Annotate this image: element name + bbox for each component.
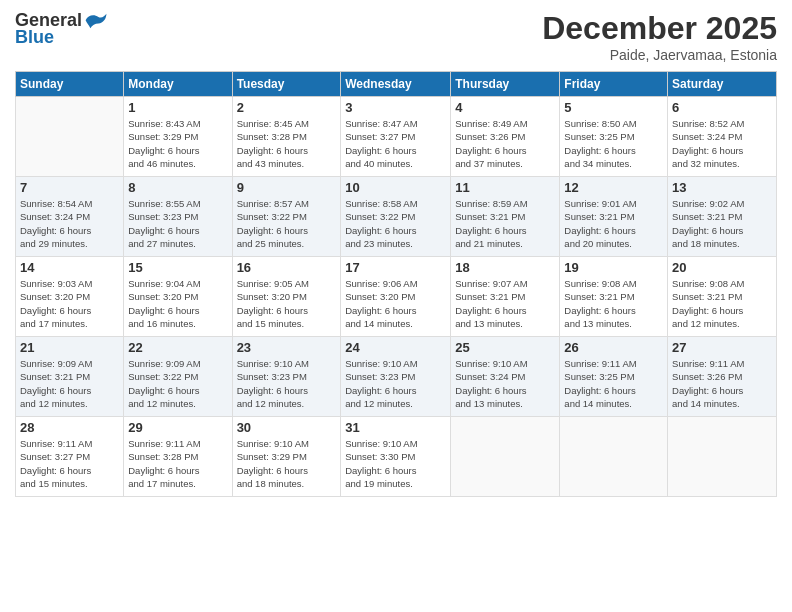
table-row: 8Sunrise: 8:55 AMSunset: 3:23 PMDaylight… [124,177,232,257]
day-info: Sunrise: 8:50 AMSunset: 3:25 PMDaylight:… [564,117,663,170]
calendar-week-row: 14Sunrise: 9:03 AMSunset: 3:20 PMDayligh… [16,257,777,337]
table-row: 9Sunrise: 8:57 AMSunset: 3:22 PMDaylight… [232,177,341,257]
month-title: December 2025 [542,10,777,47]
calendar-table: Sunday Monday Tuesday Wednesday Thursday… [15,71,777,497]
table-row: 11Sunrise: 8:59 AMSunset: 3:21 PMDayligh… [451,177,560,257]
day-info: Sunrise: 9:09 AMSunset: 3:21 PMDaylight:… [20,357,119,410]
table-row: 16Sunrise: 9:05 AMSunset: 3:20 PMDayligh… [232,257,341,337]
day-info: Sunrise: 9:07 AMSunset: 3:21 PMDaylight:… [455,277,555,330]
calendar-week-row: 21Sunrise: 9:09 AMSunset: 3:21 PMDayligh… [16,337,777,417]
table-row: 5Sunrise: 8:50 AMSunset: 3:25 PMDaylight… [560,97,668,177]
table-row [668,417,777,497]
table-row: 1Sunrise: 8:43 AMSunset: 3:29 PMDaylight… [124,97,232,177]
header-thursday: Thursday [451,72,560,97]
day-info: Sunrise: 8:49 AMSunset: 3:26 PMDaylight:… [455,117,555,170]
day-info: Sunrise: 8:43 AMSunset: 3:29 PMDaylight:… [128,117,227,170]
day-info: Sunrise: 8:47 AMSunset: 3:27 PMDaylight:… [345,117,446,170]
table-row: 19Sunrise: 9:08 AMSunset: 3:21 PMDayligh… [560,257,668,337]
header-friday: Friday [560,72,668,97]
table-row: 26Sunrise: 9:11 AMSunset: 3:25 PMDayligh… [560,337,668,417]
day-number: 3 [345,100,446,115]
header-sunday: Sunday [16,72,124,97]
day-number: 10 [345,180,446,195]
day-number: 20 [672,260,772,275]
day-info: Sunrise: 9:10 AMSunset: 3:29 PMDaylight:… [237,437,337,490]
table-row: 25Sunrise: 9:10 AMSunset: 3:24 PMDayligh… [451,337,560,417]
day-info: Sunrise: 9:11 AMSunset: 3:27 PMDaylight:… [20,437,119,490]
day-info: Sunrise: 8:57 AMSunset: 3:22 PMDaylight:… [237,197,337,250]
header-tuesday: Tuesday [232,72,341,97]
day-info: Sunrise: 9:06 AMSunset: 3:20 PMDaylight:… [345,277,446,330]
day-number: 14 [20,260,119,275]
table-row: 22Sunrise: 9:09 AMSunset: 3:22 PMDayligh… [124,337,232,417]
calendar-week-row: 7Sunrise: 8:54 AMSunset: 3:24 PMDaylight… [16,177,777,257]
day-number: 30 [237,420,337,435]
table-row: 28Sunrise: 9:11 AMSunset: 3:27 PMDayligh… [16,417,124,497]
day-info: Sunrise: 9:10 AMSunset: 3:24 PMDaylight:… [455,357,555,410]
logo: General Blue [15,10,108,48]
day-info: Sunrise: 8:55 AMSunset: 3:23 PMDaylight:… [128,197,227,250]
calendar-week-row: 28Sunrise: 9:11 AMSunset: 3:27 PMDayligh… [16,417,777,497]
table-row: 6Sunrise: 8:52 AMSunset: 3:24 PMDaylight… [668,97,777,177]
day-info: Sunrise: 9:03 AMSunset: 3:20 PMDaylight:… [20,277,119,330]
day-number: 21 [20,340,119,355]
day-info: Sunrise: 8:54 AMSunset: 3:24 PMDaylight:… [20,197,119,250]
day-number: 15 [128,260,227,275]
day-number: 2 [237,100,337,115]
table-row: 15Sunrise: 9:04 AMSunset: 3:20 PMDayligh… [124,257,232,337]
table-row: 24Sunrise: 9:10 AMSunset: 3:23 PMDayligh… [341,337,451,417]
day-info: Sunrise: 9:11 AMSunset: 3:25 PMDaylight:… [564,357,663,410]
day-number: 12 [564,180,663,195]
day-info: Sunrise: 9:04 AMSunset: 3:20 PMDaylight:… [128,277,227,330]
day-info: Sunrise: 8:52 AMSunset: 3:24 PMDaylight:… [672,117,772,170]
day-number: 29 [128,420,227,435]
day-number: 27 [672,340,772,355]
day-number: 6 [672,100,772,115]
day-info: Sunrise: 9:10 AMSunset: 3:30 PMDaylight:… [345,437,446,490]
logo-blue-text: Blue [15,27,54,48]
calendar-week-row: 1Sunrise: 8:43 AMSunset: 3:29 PMDaylight… [16,97,777,177]
table-row: 17Sunrise: 9:06 AMSunset: 3:20 PMDayligh… [341,257,451,337]
table-row: 31Sunrise: 9:10 AMSunset: 3:30 PMDayligh… [341,417,451,497]
day-info: Sunrise: 9:09 AMSunset: 3:22 PMDaylight:… [128,357,227,410]
day-info: Sunrise: 9:11 AMSunset: 3:28 PMDaylight:… [128,437,227,490]
day-number: 4 [455,100,555,115]
day-number: 18 [455,260,555,275]
location-text: Paide, Jaervamaa, Estonia [542,47,777,63]
table-row: 7Sunrise: 8:54 AMSunset: 3:24 PMDaylight… [16,177,124,257]
day-number: 9 [237,180,337,195]
day-number: 25 [455,340,555,355]
day-number: 7 [20,180,119,195]
header-wednesday: Wednesday [341,72,451,97]
day-number: 19 [564,260,663,275]
day-info: Sunrise: 9:02 AMSunset: 3:21 PMDaylight:… [672,197,772,250]
day-number: 8 [128,180,227,195]
day-info: Sunrise: 9:08 AMSunset: 3:21 PMDaylight:… [672,277,772,330]
page-header: General Blue December 2025 Paide, Jaerva… [15,10,777,63]
day-number: 22 [128,340,227,355]
table-row: 21Sunrise: 9:09 AMSunset: 3:21 PMDayligh… [16,337,124,417]
day-info: Sunrise: 9:05 AMSunset: 3:20 PMDaylight:… [237,277,337,330]
day-info: Sunrise: 9:11 AMSunset: 3:26 PMDaylight:… [672,357,772,410]
table-row [451,417,560,497]
table-row: 18Sunrise: 9:07 AMSunset: 3:21 PMDayligh… [451,257,560,337]
day-info: Sunrise: 8:59 AMSunset: 3:21 PMDaylight:… [455,197,555,250]
day-number: 23 [237,340,337,355]
day-number: 13 [672,180,772,195]
table-row: 30Sunrise: 9:10 AMSunset: 3:29 PMDayligh… [232,417,341,497]
table-row: 29Sunrise: 9:11 AMSunset: 3:28 PMDayligh… [124,417,232,497]
day-number: 11 [455,180,555,195]
table-row: 23Sunrise: 9:10 AMSunset: 3:23 PMDayligh… [232,337,341,417]
page-container: General Blue December 2025 Paide, Jaerva… [0,0,792,612]
table-row: 20Sunrise: 9:08 AMSunset: 3:21 PMDayligh… [668,257,777,337]
day-number: 24 [345,340,446,355]
table-row: 14Sunrise: 9:03 AMSunset: 3:20 PMDayligh… [16,257,124,337]
header-monday: Monday [124,72,232,97]
table-row: 4Sunrise: 8:49 AMSunset: 3:26 PMDaylight… [451,97,560,177]
day-number: 1 [128,100,227,115]
day-info: Sunrise: 9:01 AMSunset: 3:21 PMDaylight:… [564,197,663,250]
day-number: 5 [564,100,663,115]
day-number: 17 [345,260,446,275]
table-row [560,417,668,497]
day-info: Sunrise: 9:08 AMSunset: 3:21 PMDaylight:… [564,277,663,330]
